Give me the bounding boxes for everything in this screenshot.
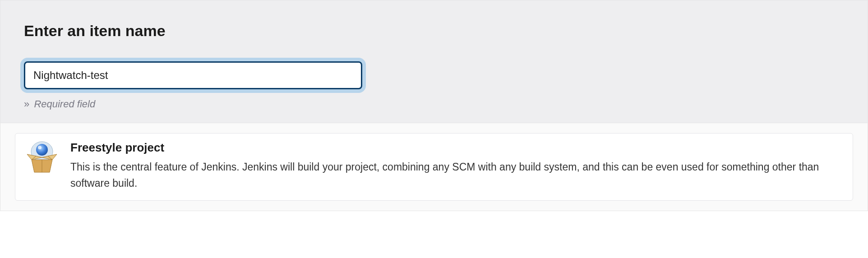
new-item-panel: Enter an item name » Required field — [0, 0, 868, 211]
name-entry-section: Enter an item name » Required field — [0, 0, 868, 123]
item-name-input-wrap — [24, 61, 362, 89]
hint-arrows-icon: » — [24, 98, 28, 110]
required-field-hint: » Required field — [24, 98, 844, 110]
item-type-freestyle-project[interactable]: Freestyle project This is the central fe… — [15, 133, 853, 201]
page-title: Enter an item name — [24, 22, 844, 40]
hint-text: Required field — [34, 98, 95, 110]
item-name-input[interactable] — [24, 61, 362, 89]
item-type-title: Freestyle project — [70, 141, 843, 155]
item-type-body: Freestyle project This is the central fe… — [70, 141, 843, 191]
svg-point-2 — [38, 146, 42, 149]
item-type-list: Freestyle project This is the central fe… — [0, 123, 868, 211]
item-type-description: This is the central feature of Jenkins. … — [70, 159, 843, 191]
svg-point-1 — [36, 144, 48, 156]
freestyle-project-icon — [25, 141, 59, 174]
